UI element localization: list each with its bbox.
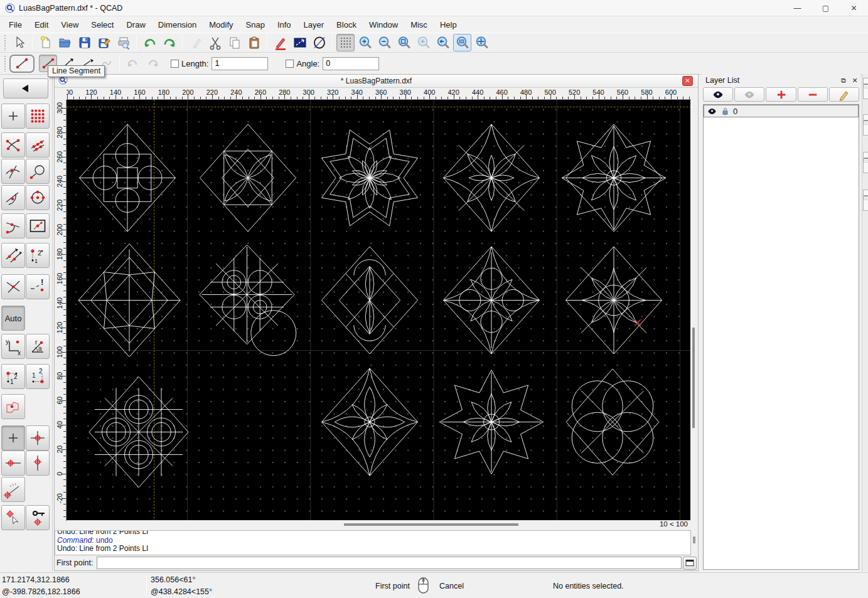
undo-button[interactable]	[141, 34, 159, 51]
lock-relative-zero-button[interactable]	[26, 505, 50, 530]
snap-on-entity-button[interactable]	[26, 132, 50, 158]
snap-free-button[interactable]	[1, 104, 25, 129]
paste-button[interactable]	[245, 34, 263, 51]
menu-dimension[interactable]: Dimension	[152, 18, 203, 32]
restrict-orthogonal-button[interactable]	[26, 425, 50, 451]
snap-distance-button[interactable]: 21	[26, 243, 50, 268]
minimize-button[interactable]: —	[783, 0, 812, 16]
zoom-window-button[interactable]	[453, 34, 471, 51]
length-input[interactable]	[212, 57, 268, 70]
edit-pen-button[interactable]	[186, 34, 205, 51]
remove-layer-button[interactable]	[798, 87, 828, 102]
snap-perpendicular-button[interactable]	[1, 213, 25, 238]
set-relative-zero-button[interactable]	[1, 505, 25, 530]
menu-file[interactable]: File	[3, 18, 28, 32]
zoom-previous-button[interactable]	[434, 34, 452, 51]
toolbar-grip[interactable]	[4, 35, 7, 51]
open-file-button[interactable]	[56, 34, 74, 51]
restrict-none-button[interactable]	[1, 425, 25, 451]
new-file-button[interactable]	[36, 34, 55, 51]
snap-entity-button[interactable]	[26, 159, 50, 184]
copy-button[interactable]	[225, 34, 244, 51]
redo-button[interactable]	[160, 34, 178, 51]
menu-layer[interactable]: Layer	[297, 18, 331, 32]
menu-window[interactable]: Window	[363, 18, 404, 32]
snap-auto-button[interactable]: Auto	[1, 306, 25, 331]
maximize-button[interactable]: ▢	[812, 0, 840, 16]
angle-checkbox[interactable]	[286, 60, 294, 68]
command-history-scrollbar[interactable]	[691, 531, 697, 554]
restrict-region-button[interactable]	[1, 394, 25, 419]
menu-block[interactable]: Block	[330, 18, 363, 32]
command-history[interactable]: Undo: Line from 2 Points LICommand: undo…	[55, 530, 691, 555]
cut-button[interactable]	[206, 34, 224, 51]
snap-grid-button[interactable]	[26, 104, 50, 129]
horizontal-scrollbar[interactable]	[67, 520, 691, 530]
grid-toggle-button[interactable]	[336, 34, 355, 51]
snap-reference-button[interactable]	[26, 213, 50, 238]
snap-center-button[interactable]	[26, 185, 50, 210]
linetype-ellipse-button[interactable]	[310, 34, 328, 51]
close-panel-icon[interactable]: ✕	[849, 75, 860, 85]
float-panel-icon[interactable]: ⧉	[838, 75, 849, 85]
lineweight-button[interactable]	[291, 34, 309, 51]
seg-redo-button[interactable]	[143, 55, 161, 72]
collapse-palette-button[interactable]	[3, 78, 48, 99]
collapsed-dock-button-3[interactable]	[863, 152, 868, 173]
snap-intersection-auto-button[interactable]	[1, 274, 25, 299]
collapsed-dock-button-2[interactable]	[863, 114, 868, 136]
menu-info[interactable]: Info	[271, 18, 297, 32]
seg-undo-button[interactable]	[124, 55, 142, 72]
snap-endpoints-button[interactable]	[1, 132, 25, 158]
layer-row-0[interactable]: 0	[704, 105, 859, 117]
draw-color-button[interactable]	[271, 34, 289, 51]
menu-edit[interactable]: Edit	[28, 18, 55, 32]
command-dock-toggle-icon[interactable]	[683, 557, 697, 570]
layer-list[interactable]: 0	[703, 104, 859, 570]
restrict-vertical-button[interactable]	[26, 451, 50, 476]
h-ruler-tick	[357, 95, 358, 99]
save-as-button[interactable]	[95, 34, 113, 51]
coordinate-relative-polar-button[interactable]: 12	[26, 364, 50, 389]
show-all-layers-button[interactable]	[703, 87, 733, 102]
window-title: LuasBagPattern.dxf * - QCAD	[19, 4, 122, 13]
toolbar-grip[interactable]	[4, 55, 7, 72]
hide-all-layers-button[interactable]	[734, 87, 764, 102]
document-close-icon[interactable]: ✕	[682, 76, 693, 86]
zoom-auto-button[interactable]	[395, 34, 413, 51]
command-input[interactable]	[97, 557, 682, 569]
menu-view[interactable]: View	[55, 18, 85, 32]
restrict-angle-button[interactable]	[1, 477, 25, 502]
snap-intersection-manual-button[interactable]: !	[26, 274, 50, 299]
collapsed-dock-button-4[interactable]	[863, 190, 868, 211]
menu-misc[interactable]: Misc	[404, 18, 434, 32]
snap-tangent-button[interactable]	[1, 185, 25, 210]
zoom-in-button[interactable]	[356, 34, 374, 51]
snap-intersection-button[interactable]	[1, 159, 25, 184]
menu-modify[interactable]: Modify	[203, 18, 239, 32]
coordinate-polar-button[interactable]: ra	[26, 334, 50, 359]
menu-select[interactable]: Select	[85, 18, 120, 32]
print-preview-button[interactable]	[114, 34, 132, 51]
coordinate-cartesian-button[interactable]: yx	[1, 334, 25, 359]
menu-help[interactable]: Help	[434, 18, 463, 32]
angle-input[interactable]	[323, 57, 379, 70]
vertical-scrollbar[interactable]	[690, 100, 697, 521]
zoom-in-disabled-button[interactable]	[414, 34, 432, 51]
coordinate-relative-button[interactable]: 12	[1, 364, 25, 389]
document-titlebar[interactable]: * LuasBagPattern.dxf ✕	[55, 75, 698, 88]
cursor-button[interactable]	[10, 34, 28, 51]
add-layer-button[interactable]	[766, 87, 796, 102]
edit-layer-button[interactable]	[829, 87, 859, 102]
length-checkbox[interactable]	[171, 60, 179, 68]
collapsed-dock-button-1[interactable]	[863, 78, 868, 99]
zoom-out-button[interactable]	[375, 34, 394, 51]
menu-draw[interactable]: Draw	[120, 18, 151, 32]
drawing-canvas[interactable]	[67, 100, 691, 521]
menu-snap[interactable]: Snap	[240, 18, 271, 32]
zoom-pan-button[interactable]	[473, 34, 491, 51]
save-button[interactable]	[75, 34, 94, 51]
close-button[interactable]: ✕	[840, 0, 868, 16]
restrict-horizontal-button[interactable]	[1, 451, 25, 476]
snap-parallel-button[interactable]	[1, 243, 25, 268]
